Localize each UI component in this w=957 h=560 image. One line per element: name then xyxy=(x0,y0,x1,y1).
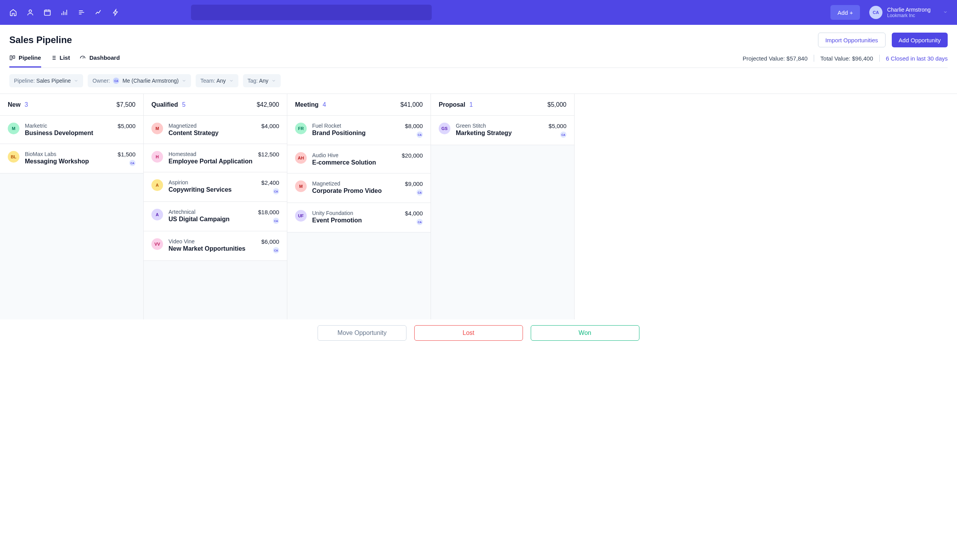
card-owner-avatar: CA xyxy=(273,218,279,224)
card-company: Artechnical xyxy=(168,209,253,215)
column-header: New 3$7,500 xyxy=(0,94,143,116)
pipeline-column: Proposal 1$5,000GSGreen StitchMarketing … xyxy=(431,94,575,319)
bolt-icon[interactable] xyxy=(112,9,120,16)
user-icon[interactable] xyxy=(26,9,34,16)
tab-label: Dashboard xyxy=(89,54,120,61)
kanban-icon xyxy=(9,55,16,61)
home-icon[interactable] xyxy=(9,9,17,16)
nav-icon-group xyxy=(9,9,120,16)
filter-pipeline[interactable]: Pipeline: Sales Pipeline xyxy=(9,74,83,87)
card-price: $4,000 xyxy=(261,123,279,129)
card-company: Aspirion xyxy=(168,179,256,186)
filter-owner[interactable]: Owner: CA Me (Charlie Armstrong) xyxy=(88,74,191,87)
add-button[interactable]: Add + xyxy=(830,5,860,20)
card-owner-avatar: CA xyxy=(129,160,135,166)
opportunity-card[interactable]: VVVideo VineNew Market Opportunities$6,0… xyxy=(144,231,287,261)
column-header: Proposal 1$5,000 xyxy=(431,94,574,116)
opportunity-card[interactable]: MMagnetizedCorporate Promo Video$9,000CA xyxy=(287,173,431,203)
card-title: Copywriting Services xyxy=(168,186,256,193)
column-name: New xyxy=(8,101,21,108)
column-count: 1 xyxy=(469,101,473,108)
card-price: $9,000 xyxy=(405,180,423,187)
opportunity-card[interactable]: MMagnetizedContent Strategy$4,000 xyxy=(144,116,287,144)
card-title: Event Promotion xyxy=(312,217,399,224)
filter-team[interactable]: Team: Any xyxy=(196,74,238,87)
opportunity-card[interactable]: BLBioMax LabsMessaging Workshop$1,500CA xyxy=(0,144,143,173)
column-total: $41,000 xyxy=(400,101,423,108)
card-price: $4,000 xyxy=(405,210,423,217)
column-body: GSGreen StitchMarketing Strategy$5,000CA xyxy=(431,116,574,319)
company-avatar: UF xyxy=(295,210,307,222)
opportunity-card[interactable]: AArtechnicalUS Digital Campaign$18,000CA xyxy=(144,202,287,231)
move-opportunity-button[interactable]: Move Opportunity xyxy=(318,325,406,341)
user-name: Charlie Armstrong xyxy=(887,7,931,13)
lost-button[interactable]: Lost xyxy=(414,325,523,341)
card-company: Magnetized xyxy=(312,180,399,187)
owner-avatar: CA xyxy=(113,78,119,84)
chevron-down-icon xyxy=(271,78,276,83)
trend-icon[interactable] xyxy=(95,9,102,16)
tab-dashboard[interactable]: Dashboard xyxy=(79,54,120,68)
card-price: $6,000 xyxy=(261,238,279,245)
total-value: Total Value: $96,400 xyxy=(820,55,873,62)
column-total: $7,500 xyxy=(116,101,135,108)
column-body: MMarketricBusiness Development$5,000BLBi… xyxy=(0,116,143,319)
column-header: Meeting 4$41,000 xyxy=(287,94,431,116)
tab-pipeline[interactable]: Pipeline xyxy=(9,54,41,68)
search-input[interactable] xyxy=(191,5,432,20)
company-avatar: M xyxy=(151,123,163,134)
column-name: Proposal xyxy=(439,101,465,108)
opportunity-card[interactable]: MMarketricBusiness Development$5,000 xyxy=(0,116,143,144)
chevron-down-icon xyxy=(74,78,78,83)
calendar-icon[interactable] xyxy=(43,9,51,16)
list-icon[interactable] xyxy=(78,9,85,16)
company-avatar: A xyxy=(151,179,163,191)
card-title: New Market Opportunities xyxy=(168,245,256,252)
card-company: Fuel Rocket xyxy=(312,123,399,129)
card-company: BioMax Labs xyxy=(25,151,112,157)
page-title: Sales Pipeline xyxy=(9,35,72,45)
card-price: $5,000 xyxy=(549,123,566,129)
card-price: $18,000 xyxy=(258,209,279,215)
card-title: US Digital Campaign xyxy=(168,216,253,223)
opportunity-card[interactable]: FRFuel RocketBrand Positioning$8,000CA xyxy=(287,116,431,145)
tab-label: Pipeline xyxy=(19,54,41,61)
company-avatar: VV xyxy=(151,238,163,250)
add-opportunity-button[interactable]: Add Opportunity xyxy=(892,33,948,47)
card-company: Marketric xyxy=(25,123,112,129)
chevron-down-icon xyxy=(182,78,186,83)
closed-link[interactable]: 6 Closed in last 30 days xyxy=(886,55,948,62)
opportunity-card[interactable]: AHAudio HiveE-commerce Solution$20,000 xyxy=(287,145,431,173)
column-count: 4 xyxy=(323,101,326,108)
opportunity-card[interactable]: UFUnity FoundationEvent Promotion$4,000C… xyxy=(287,203,431,232)
company-avatar: H xyxy=(151,151,163,163)
chevron-down-icon xyxy=(943,9,948,16)
filter-bar: Pipeline: Sales Pipeline Owner: CA Me (C… xyxy=(0,68,957,94)
card-title: E-commerce Solution xyxy=(312,159,396,166)
opportunity-card[interactable]: AAspirionCopywriting Services$2,400CA xyxy=(144,172,287,202)
opportunity-card[interactable]: GSGreen StitchMarketing Strategy$5,000CA xyxy=(431,116,574,145)
company-avatar: BL xyxy=(8,151,19,163)
card-company: Audio Hive xyxy=(312,152,396,158)
opportunity-card[interactable]: HHomesteadEmployee Portal Application$12… xyxy=(144,144,287,172)
card-price: $5,000 xyxy=(118,123,135,129)
won-button[interactable]: Won xyxy=(531,325,639,341)
column-name: Qualified xyxy=(151,101,178,108)
card-price: $20,000 xyxy=(402,152,423,159)
column-body: MMagnetizedContent Strategy$4,000HHomest… xyxy=(144,116,287,319)
user-menu[interactable]: CA Charlie Armstrong Lookmark Inc xyxy=(869,6,948,19)
card-title: Employee Portal Application xyxy=(168,158,253,165)
card-price: $8,000 xyxy=(405,123,423,129)
import-opportunities-button[interactable]: Import Opportunities xyxy=(818,33,886,47)
card-owner-avatar: CA xyxy=(417,189,423,196)
filter-tag[interactable]: Tag: Any xyxy=(243,74,281,87)
tab-list[interactable]: List xyxy=(50,54,70,68)
card-owner-avatar: CA xyxy=(273,188,279,194)
bar-chart-icon[interactable] xyxy=(61,9,68,16)
card-price: $12,500 xyxy=(258,151,279,158)
column-body: FRFuel RocketBrand Positioning$8,000CAAH… xyxy=(287,116,431,319)
card-price: $2,400 xyxy=(261,179,279,186)
app-topbar: Add + CA Charlie Armstrong Lookmark Inc xyxy=(0,0,957,25)
column-total: $5,000 xyxy=(547,101,566,108)
action-footer: Move Opportunity Lost Won xyxy=(0,319,957,347)
